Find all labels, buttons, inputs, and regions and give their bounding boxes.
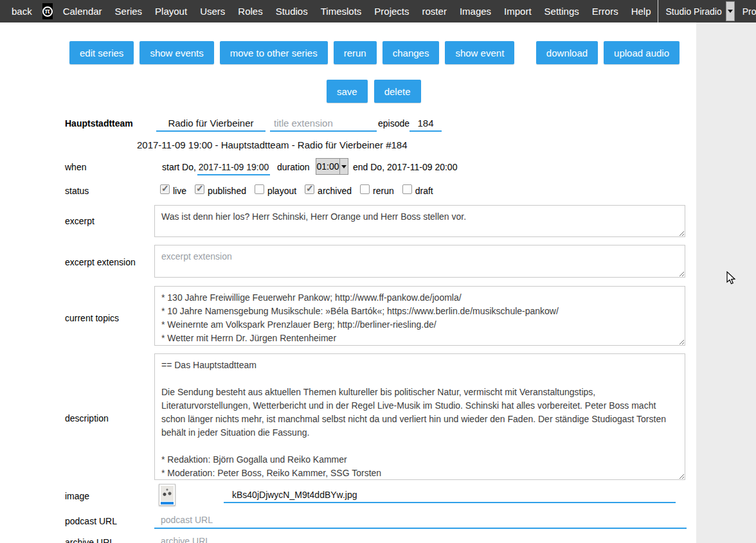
toolbar-spacer xyxy=(520,41,530,64)
nav-item-settings[interactable]: Settings xyxy=(538,6,586,17)
nav-item-users[interactable]: Users xyxy=(194,6,231,17)
series-title-label: Hauptstadtteam xyxy=(65,118,133,129)
move-to-other-series-button[interactable]: move to other series xyxy=(220,41,328,64)
end-datetime-label: end Do, 2017-11-09 20:00 xyxy=(353,162,457,172)
checkbox-published[interactable]: published xyxy=(195,184,246,196)
description-textarea[interactable]: == Das Hauptstadtteam Die Sendung besteh… xyxy=(154,353,685,480)
image-filename-input[interactable] xyxy=(224,487,676,503)
nav-item-playout[interactable]: Playout xyxy=(148,6,194,17)
event-summary-line: 2017-11-09 19:00 - Hauptstadtteam - Radi… xyxy=(137,139,408,150)
checkbox-icon[interactable] xyxy=(305,184,314,194)
studio-select[interactable]: Studio Piradio xyxy=(658,0,735,22)
project-select[interactable]: Project 88vier xyxy=(735,0,756,22)
checkbox-icon[interactable] xyxy=(195,184,204,194)
duration-label: duration xyxy=(277,162,310,172)
nav-item-calendar[interactable]: Calendar xyxy=(57,6,109,17)
toolbar-row-1: edit series show events move to other se… xyxy=(0,41,696,64)
upload-audio-button[interactable]: upload audio xyxy=(604,41,680,64)
duration-select-arrow[interactable] xyxy=(339,159,348,174)
edit-series-button[interactable]: edit series xyxy=(69,41,134,64)
nav-item-series[interactable]: Series xyxy=(109,6,149,17)
nav-item-images[interactable]: Images xyxy=(453,6,498,17)
chevron-down-icon xyxy=(728,10,733,13)
archive-url-input[interactable] xyxy=(154,533,687,543)
nav-item-projects[interactable]: Projects xyxy=(368,6,415,17)
checkbox-live[interactable]: live xyxy=(160,184,186,196)
image-thumbnail-art xyxy=(161,486,174,501)
checkbox-icon[interactable] xyxy=(402,184,412,194)
duration-select[interactable]: 01:00 xyxy=(316,158,348,175)
description-label: description xyxy=(65,413,109,423)
checkbox-icon[interactable] xyxy=(360,184,370,194)
podcast-url-input[interactable] xyxy=(154,512,687,529)
rerun-button[interactable]: rerun xyxy=(334,41,377,64)
top-navbar: back π Calendar Series Playout Users Rol… xyxy=(0,0,756,22)
nav-item-timeslots[interactable]: Timeslots xyxy=(314,6,368,17)
download-button[interactable]: download xyxy=(536,41,598,64)
image-thumbnail[interactable] xyxy=(159,484,176,506)
archive-url-label: archive URL xyxy=(65,537,114,543)
title-extension-input[interactable] xyxy=(270,116,377,132)
nav-item-roster[interactable]: roster xyxy=(416,6,453,17)
image-thumbnail-bar xyxy=(161,502,174,504)
delete-button[interactable]: delete xyxy=(374,80,421,103)
piradio-logo[interactable]: π xyxy=(42,3,53,19)
nav-item-help[interactable]: Help xyxy=(625,6,658,17)
show-edit-page: back π Calendar Series Playout Users Rol… xyxy=(0,0,756,543)
checkbox-rerun[interactable]: rerun xyxy=(360,184,394,196)
title-input[interactable] xyxy=(156,116,266,132)
excerpt-label: excerpt xyxy=(65,216,94,226)
current-topics-textarea[interactable]: * 130 Jahre Freiwillige Feuerwehr Pankow… xyxy=(154,286,685,346)
save-button[interactable]: save xyxy=(327,80,368,103)
checkbox-playout[interactable]: playout xyxy=(255,184,296,196)
image-label: image xyxy=(65,491,89,501)
show-events-button[interactable]: show events xyxy=(140,41,213,64)
show-event-button[interactable]: show event xyxy=(445,41,514,64)
checkbox-archived[interactable]: archived xyxy=(305,184,352,196)
studio-select-arrow[interactable] xyxy=(726,1,735,21)
back-link[interactable]: back xyxy=(6,6,37,17)
changes-button[interactable]: changes xyxy=(382,41,440,64)
excerpt-extension-textarea[interactable] xyxy=(154,245,685,278)
nav-item-studios[interactable]: Studios xyxy=(269,6,314,17)
chevron-down-icon xyxy=(341,165,346,168)
excerpt-textarea[interactable]: Was ist denn hier los? Herr Schinski, He… xyxy=(154,205,685,237)
current-topics-label: current topics xyxy=(65,313,119,323)
episode-input[interactable] xyxy=(410,116,442,132)
nav-item-errors[interactable]: Errors xyxy=(586,6,625,17)
toolbar-row-2: save delete xyxy=(327,80,421,103)
checkbox-draft[interactable]: draft xyxy=(402,184,433,196)
episode-label: episode xyxy=(378,118,410,129)
navbar-right-group: Studio Piradio Project 88vier Logout mil… xyxy=(658,0,756,22)
podcast-url-label: podcast URL xyxy=(65,516,117,526)
checkbox-icon[interactable] xyxy=(160,184,170,194)
nav-item-roles[interactable]: Roles xyxy=(231,6,269,17)
page-right-gutter xyxy=(696,22,756,543)
start-datetime-input[interactable] xyxy=(197,159,270,175)
when-label: when xyxy=(65,162,86,172)
checkbox-icon[interactable] xyxy=(255,184,264,194)
excerpt-extension-label: excerpt extension xyxy=(65,257,136,267)
nav-item-import[interactable]: Import xyxy=(498,6,538,17)
status-checkbox-row: live published playout archived rerun dr… xyxy=(160,184,433,196)
start-prefix-label: start Do, xyxy=(162,162,196,172)
piradio-logo-icon: π xyxy=(42,6,53,17)
status-label: status xyxy=(65,186,89,196)
